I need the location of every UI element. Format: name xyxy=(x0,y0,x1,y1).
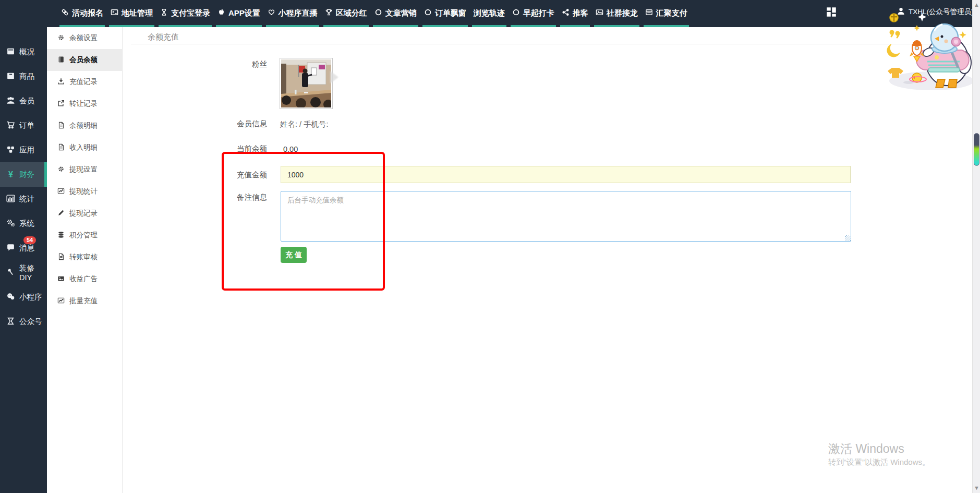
submenu-item-points-management[interactable]: 积分管理 xyxy=(47,224,122,246)
submenu-item-balance-settings[interactable]: 余额设置 xyxy=(47,27,122,49)
image-icon xyxy=(596,8,603,18)
sidebar-item-orders[interactable]: 订单 xyxy=(0,113,47,138)
submenu-item-batch-recharge[interactable]: 批量充值 xyxy=(47,290,122,312)
nav-item-address-management[interactable]: 地址管理 xyxy=(109,0,154,27)
nav-item-label: 地址管理 xyxy=(122,8,153,18)
current-balance-value: 0.00 xyxy=(283,145,298,153)
activate-windows-watermark-line1: 激活 Windows xyxy=(828,441,904,457)
flask-icon xyxy=(6,317,15,327)
submenu-item-transfer-review[interactable]: 转账审核 xyxy=(47,246,122,268)
scroll-down-button[interactable]: ▼ xyxy=(973,484,980,492)
nav-item-miniprogram-live[interactable]: 小程序直播 xyxy=(266,0,319,27)
external-link-icon xyxy=(57,100,65,109)
nav-item-huiju-pay[interactable]: 汇聚支付 xyxy=(644,0,689,27)
sidebar-item-apps[interactable]: 应用 xyxy=(0,138,47,162)
database-icon xyxy=(57,231,65,240)
submenu-item-recharge-records[interactable]: 充值记录 xyxy=(47,71,122,93)
submenu-item-balance-details[interactable]: 余额明细 xyxy=(47,115,122,137)
sidebar-item-label: 装修DIY xyxy=(19,263,47,282)
members-icon xyxy=(6,96,15,106)
nav-item-label: 订单飘窗 xyxy=(435,8,466,18)
nav-item-app-settings[interactable]: APP设置 xyxy=(216,0,262,27)
circle-icon xyxy=(424,8,432,18)
nav-item-label: APP设置 xyxy=(228,8,260,18)
sidebar-item-diy[interactable]: 装修DIY xyxy=(0,260,47,285)
sidebar-item-members[interactable]: 会员 xyxy=(0,89,47,113)
gavel-icon xyxy=(6,268,15,278)
book-icon xyxy=(57,56,65,65)
scroll-up-button[interactable]: ▲ xyxy=(973,1,980,9)
nav-item-group-chain[interactable]: 社群接龙 xyxy=(594,0,639,27)
nav-item-label: 汇聚支付 xyxy=(656,8,687,18)
sidebar-item-label: 会员 xyxy=(19,96,34,106)
submenu-item-label: 批量充值 xyxy=(69,296,98,306)
nav-item-promoter[interactable]: 推客 xyxy=(560,0,590,27)
sidebar-item-stats[interactable]: 统计 xyxy=(0,187,47,211)
submenu-item-member-balance[interactable]: 会员余额 xyxy=(47,49,122,71)
submenu-item-withdraw-stats[interactable]: 提现统计 xyxy=(47,181,122,202)
nav-item-order-popup[interactable]: 订单飘窗 xyxy=(422,0,468,27)
sidebar-item-label: 订单 xyxy=(19,121,34,130)
product-icon xyxy=(6,71,15,82)
sidebar-item-products[interactable]: 商品 xyxy=(0,64,47,89)
heart-icon xyxy=(268,8,275,18)
current-balance-label: 当前余额 xyxy=(156,144,267,154)
top-nav-items: 活动报名 地址管理 支付宝登录 APP设置 小程序直播 区域分红 文章营销 订单… xyxy=(57,0,691,27)
sidebar-item-finance[interactable]: ¥财务 xyxy=(0,162,47,187)
sidebar-item-label: 概况 xyxy=(19,47,34,57)
recharge-button[interactable]: 充 值 xyxy=(281,247,307,263)
submenu-item-label: 提现统计 xyxy=(69,187,98,196)
image-icon xyxy=(57,275,65,284)
main-sidebar: 概况 商品 会员 订单 应用 ¥财务 统计 系统 消息54 装修DIY 小程序 … xyxy=(0,27,47,493)
scrollbar-track[interactable]: ▲ ▼ xyxy=(972,0,980,493)
submenu-item-transfer-records[interactable]: 转让记录 xyxy=(47,93,122,115)
nav-item-morning-checkin[interactable]: 早起打卡 xyxy=(511,0,556,27)
submenu-item-label: 积分管理 xyxy=(69,231,98,240)
apps-icon xyxy=(6,145,15,155)
member-info-label: 会员信息 xyxy=(156,119,267,129)
wechat-icon xyxy=(6,292,15,303)
address-card-icon xyxy=(111,8,118,18)
sidebar-item-overview[interactable]: 概况 xyxy=(0,40,47,64)
comment-icon xyxy=(6,243,15,254)
submenu-item-label: 会员余额 xyxy=(69,55,98,65)
page-title: 余额充值 xyxy=(148,32,179,42)
nav-item-label: 推客 xyxy=(573,8,588,18)
scrollbar-thumb[interactable] xyxy=(974,133,979,166)
submenu-item-withdraw-records[interactable]: 提现记录 xyxy=(47,202,122,224)
sidebar-item-official-account[interactable]: 公众号 xyxy=(0,309,47,334)
nav-item-label: 支付宝登录 xyxy=(171,8,210,18)
nav-item-label: 文章营销 xyxy=(385,8,417,18)
member-info-value: 姓名: / 手机号: xyxy=(280,119,329,129)
nav-item-browse-history[interactable]: 浏览轨迹 xyxy=(472,0,506,27)
sidebar-item-label: 公众号 xyxy=(19,317,42,327)
layout-grid-icon[interactable] xyxy=(826,7,837,17)
amount-input[interactable] xyxy=(281,166,851,183)
title-divider xyxy=(131,44,970,44)
remark-textarea[interactable] xyxy=(281,191,851,242)
sidebar-item-label: 应用 xyxy=(19,145,34,155)
fan-label: 粉丝 xyxy=(156,59,267,69)
submenu-item-income-details[interactable]: 收入明细 xyxy=(47,137,122,159)
nav-item-article-marketing[interactable]: 文章营销 xyxy=(373,0,418,27)
textarea-resize-handle[interactable] xyxy=(845,235,851,241)
sidebar-item-system[interactable]: 系统 xyxy=(0,211,47,236)
submenu-item-label: 提现记录 xyxy=(69,209,98,218)
sidebar-item-miniprogram[interactable]: 小程序 xyxy=(0,285,47,309)
submenu-item-revenue-ads[interactable]: 收益广告 xyxy=(47,268,122,290)
submenu-item-withdraw-settings[interactable]: 提现设置 xyxy=(47,159,122,181)
nav-item-label: 小程序直播 xyxy=(279,8,318,18)
overview-icon xyxy=(6,47,15,57)
submenu-item-label: 收益广告 xyxy=(69,274,98,284)
remark-label: 备注信息 xyxy=(156,193,267,202)
sidebar-item-messages[interactable]: 消息54 xyxy=(0,236,47,260)
top-nav-bar: 活动报名 地址管理 支付宝登录 APP设置 小程序直播 区域分红 文章营销 订单… xyxy=(0,0,980,27)
file-icon xyxy=(57,122,65,130)
nav-item-region-dividend[interactable]: 区域分红 xyxy=(323,0,369,27)
fan-photo xyxy=(280,58,333,109)
nav-item-activity-signup[interactable]: 活动报名 xyxy=(59,0,105,27)
user-menu[interactable]: TXHL(公众号管理员) xyxy=(897,7,974,17)
nav-item-alipay-login[interactable]: 支付宝登录 xyxy=(159,0,212,27)
apple-icon xyxy=(217,8,225,18)
file-icon xyxy=(57,143,65,152)
